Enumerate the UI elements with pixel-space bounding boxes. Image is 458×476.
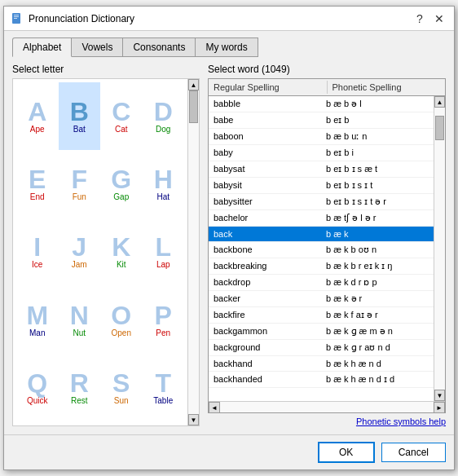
letter-word-o: Open [112,328,131,338]
word-row[interactable]: babbleb æ b ə l [209,96,434,112]
word-row[interactable]: backboneb æ k b oʊ n [209,242,434,258]
word-phonetic: b eɪ b [321,114,434,126]
word-row[interactable]: backgammonb æ k ɡ æ m ə n [209,324,434,340]
word-regular: backbone [209,244,321,256]
scroll-track[interactable] [188,90,199,414]
letter-word-n: Nut [73,328,86,338]
letter-cell-g[interactable]: GGap [100,150,143,218]
select-letter-label: Select letter [12,64,200,75]
letter-cell-t[interactable]: TTable [143,355,185,422]
letter-big-r: R [70,370,89,396]
word-row[interactable]: backbreakingb æ k b r eɪ k ɪ ŋ [209,258,434,275]
letter-cell-i[interactable]: IIce [16,218,59,286]
letter-word-r: Rest [71,396,88,406]
letter-word-f: Fun [73,192,86,202]
letter-word-p: Pen [156,328,170,338]
word-row[interactable]: bachelorb æ tʃ ə l ə r [209,210,434,227]
word-list-section: Regular Spelling Phonetic Spelling babbl… [208,78,446,426]
word-row[interactable]: backb æ k [209,227,434,242]
select-word-label: Select word (1049) [208,64,446,75]
letter-big-c: C [112,99,130,125]
letter-cell-b[interactable]: BBat [59,82,101,150]
cancel-button[interactable]: Cancel [381,443,446,462]
letter-cell-o[interactable]: OOpen [100,286,143,354]
scroll-thumb[interactable] [189,90,198,123]
word-row[interactable]: babysitb eɪ b ɪ s ɪ t [209,178,434,194]
word-list-main: babbleb æ b ə lbabeb eɪ bbaboonb æ b uː … [209,96,434,401]
word-phonetic: b æ k ə r [321,293,434,305]
letter-cell-l[interactable]: LLap [143,218,185,286]
phonetic-symbols-help[interactable]: Phonetic symbols help [208,416,446,426]
letter-cell-n[interactable]: NNut [59,286,101,354]
letter-cell-e[interactable]: EEnd [16,150,59,218]
grid-vertical-scrollbar[interactable]: ▲ ▼ [187,79,199,425]
h-scroll-left[interactable]: ◄ [209,402,220,413]
letter-big-d: D [154,99,173,125]
letter-cell-h[interactable]: HHat [143,150,185,218]
tab-alphabet[interactable]: Alphabet [12,37,72,57]
ok-button[interactable]: OK [318,442,375,463]
word-row[interactable]: babysitterb eɪ b ɪ s ɪ t ə r [209,194,434,210]
word-phonetic: b æ k f aɪ ə r [321,309,434,321]
svg-rect-3 [14,18,17,19]
letter-cell-q[interactable]: QQuick [16,355,59,422]
col-header-regular[interactable]: Regular Spelling [209,81,328,94]
letter-word-d: Dog [156,125,170,134]
letter-big-s: S [112,370,130,396]
col-header-phonetic[interactable]: Phonetic Spelling [328,81,446,94]
word-scroll-up[interactable]: ▲ [434,96,445,108]
book-icon [11,12,24,25]
word-scroll-down[interactable]: ▼ [434,390,445,401]
letter-cell-a[interactable]: AApe [16,82,59,150]
word-regular: babysat [209,163,321,175]
word-row[interactable]: babyb eɪ b i [209,145,434,161]
word-phonetic: b æ k ɡ r aʊ n d [321,342,434,354]
word-row[interactable]: backgroundb æ k ɡ r aʊ n d [209,340,434,356]
letter-cell-f[interactable]: FFun [59,150,101,218]
scroll-down-button[interactable]: ▼ [188,414,199,425]
word-row[interactable]: backerb æ k ə r [209,291,434,307]
letter-cell-s[interactable]: SSun [100,355,143,422]
word-phonetic: b æ b uː n [321,130,434,143]
word-list[interactable]: babbleb æ b ə lbabeb eɪ bbaboonb æ b uː … [209,96,434,401]
letter-big-f: F [71,166,87,192]
word-row[interactable]: backfireb æ k f aɪ ə r [209,307,434,324]
svg-rect-2 [14,16,19,17]
letter-cell-c[interactable]: CCat [100,82,143,150]
word-scroll-track[interactable] [434,108,445,390]
word-row[interactable]: babeb eɪ b [209,112,434,129]
tab-mywords[interactable]: My words [195,37,258,57]
word-phonetic: b æ k d r ɒ p [321,276,434,289]
h-scroll-right[interactable]: ► [434,402,445,413]
title-bar: Pronunciation Dictionary ? ✕ [4,7,454,31]
word-scroll-thumb[interactable] [435,116,444,140]
tab-vowels[interactable]: Vowels [71,37,123,57]
word-list-scrollbar[interactable]: ▲ ▼ [434,96,445,401]
h-scroll-track[interactable] [220,402,434,412]
word-regular: baby [209,147,321,159]
scroll-up-button[interactable]: ▲ [188,79,199,90]
letter-word-c: Cat [115,125,128,134]
word-row[interactable]: backhandedb æ k h æ n d ɪ d [209,372,434,388]
letter-cell-m[interactable]: MMan [16,286,59,354]
word-list-container: Regular Spelling Phonetic Spelling babbl… [208,78,446,413]
close-button[interactable]: ✕ [431,11,447,27]
letter-big-p: P [155,302,172,328]
word-regular: backer [209,293,321,305]
tab-consonants[interactable]: Consonants [122,37,196,57]
help-button[interactable]: ? [412,11,428,27]
word-row[interactable]: backdropb æ k d r ɒ p [209,275,434,291]
letter-word-s: Sun [114,396,129,406]
letter-word-m: Man [29,328,45,338]
letter-word-l: Lap [156,260,170,270]
letter-cell-r[interactable]: RRest [59,355,101,422]
word-row[interactable]: baboonb æ b uː n [209,129,434,145]
letter-cell-j[interactable]: JJam [59,218,101,286]
word-row[interactable]: babysatb eɪ b ɪ s æ t [209,161,434,178]
word-regular: babysitter [209,196,321,208]
word-row[interactable]: backhandb æ k h æ n d [209,356,434,372]
letter-cell-d[interactable]: DDog [143,82,185,150]
word-regular: backbreaking [209,260,321,272]
letter-cell-p[interactable]: PPen [143,286,185,354]
letter-cell-k[interactable]: KKit [100,218,143,286]
